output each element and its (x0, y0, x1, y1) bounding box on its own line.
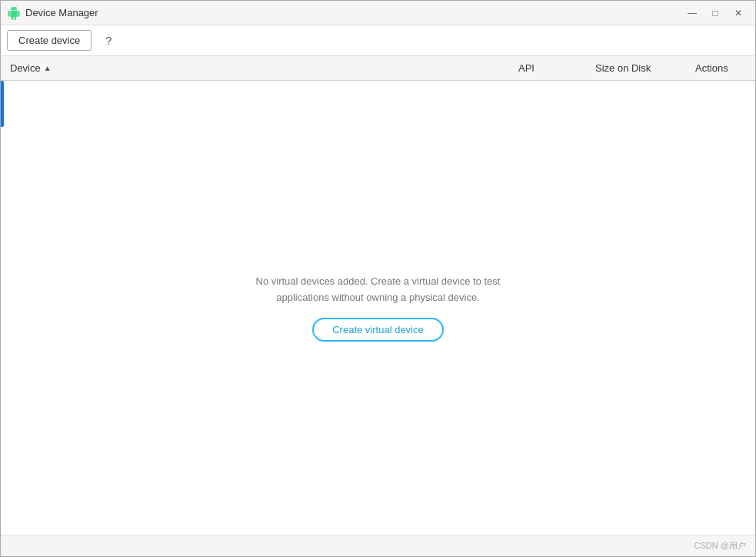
column-api-label: API (518, 62, 535, 74)
empty-message-line2: applications without owning a physical d… (256, 290, 501, 306)
android-icon (7, 6, 21, 20)
table-header: Device ▲ API Size on Disk Actions (1, 56, 755, 81)
content-area: No virtual devices added. Create a virtu… (1, 81, 755, 535)
window-title: Device Manager (25, 7, 98, 18)
column-size-on-disk[interactable]: Size on Disk (586, 62, 686, 74)
minimize-button[interactable]: — (681, 5, 703, 22)
left-accent-bar (1, 81, 4, 127)
create-virtual-device-button[interactable]: Create virtual device (312, 318, 444, 342)
footer: CSDN @用户 (1, 535, 755, 556)
empty-state-message: No virtual devices added. Create a virtu… (256, 274, 501, 306)
footer-watermark: CSDN @用户 (694, 540, 746, 552)
device-manager-window: Device Manager — □ ✕ Create device ? Dev… (0, 0, 756, 557)
empty-message-line1: No virtual devices added. Create a virtu… (256, 274, 501, 290)
title-bar-controls: — □ ✕ (681, 5, 749, 22)
column-device[interactable]: Device ▲ (1, 62, 509, 74)
empty-state: No virtual devices added. Create a virtu… (256, 274, 501, 342)
toolbar: Create device ? (1, 25, 755, 56)
create-device-button[interactable]: Create device (7, 30, 92, 51)
maximize-button[interactable]: □ (704, 5, 726, 22)
sort-ascending-icon: ▲ (44, 64, 52, 72)
close-button[interactable]: ✕ (728, 5, 749, 22)
column-api[interactable]: API (509, 62, 586, 74)
column-size-label: Size on Disk (595, 62, 651, 74)
column-device-label: Device (10, 62, 41, 74)
title-bar: Device Manager — □ ✕ (1, 1, 755, 25)
column-actions-label: Actions (695, 62, 728, 74)
help-button[interactable]: ? (98, 31, 119, 51)
column-actions: Actions (686, 62, 755, 74)
title-bar-left: Device Manager (7, 6, 98, 20)
